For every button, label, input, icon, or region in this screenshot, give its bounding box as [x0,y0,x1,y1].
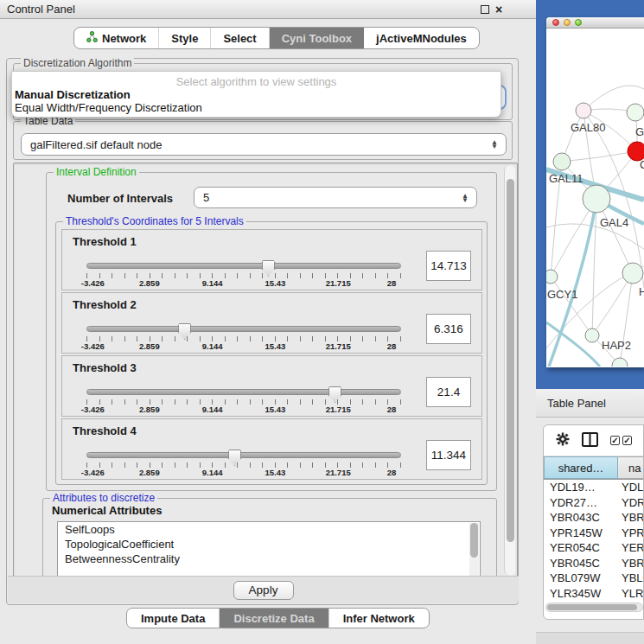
table-card: ✓ ✓ shared… na YDL19…YDL1 YDR27…YDR2 YBR… [543,424,644,620]
gear-icon[interactable] [556,432,570,449]
node-label-partial-h: H [639,285,644,298]
threshold-4-label: Threshold 4 [73,424,137,437]
threshold-1-panel: Threshold 1 -3.426 2.859 9.144 15.43 21.… [61,229,482,290]
numerical-attributes-list[interactable]: SelfLoops TopologicalCoefficient Between… [57,521,481,578]
zoom-traffic-light-icon[interactable] [575,19,582,26]
tab-jactivemnodules[interactable]: jActiveMNodules [364,28,479,48]
threshold-3-panel: Threshold 3 -3.426 2.859 9.144 15.43 21.… [61,355,482,417]
panel-scrollbar[interactable] [504,165,515,576]
node-label-hap2: HAP2 [602,339,631,352]
list-item[interactable]: SelfLoops [58,522,480,537]
list-item[interactable]: BetweennessCentrality [58,552,480,566]
threshold-3-slider[interactable] [86,389,401,395]
node-label-partial-g: GA [635,125,644,138]
threshold-2-label: Threshold 2 [73,298,137,311]
tab-cyni-toolbox[interactable]: Cyni Toolbox [270,28,364,48]
number-of-intervals-label: Number of Intervals [67,192,173,205]
tab-style[interactable]: Style [159,28,211,48]
algorithm-dropdown-hint: Select algorithm to view settings [12,72,501,88]
threshold-3-label: Threshold 3 [73,361,137,374]
table-panel-title: Table Panel [547,397,606,410]
threshold-3-value[interactable]: 21.4 [426,377,471,407]
network-view-frame: GAL80 GA C GAL11 GAL4 GCY1 H HAP2 [536,0,644,389]
table-data-group: Table Data galFiltered.sif default node … [13,121,513,160]
close-icon[interactable]: × [495,3,502,16]
table-toolbar: ✓ ✓ [544,425,643,456]
threshold-2-value[interactable]: 6.316 [426,314,471,344]
table-panel-titlebar: Table Panel [536,389,644,418]
table-row[interactable]: YER054CYER0 [544,540,643,556]
threshold-1-value[interactable]: 14.713 [426,251,471,281]
apply-button[interactable]: Apply [233,581,294,600]
table-row[interactable]: YPR145WYPR1 [544,526,643,541]
node-label-gal80: GAL80 [571,121,605,134]
table-panel: ✓ ✓ shared… na YDL19…YDL1 YDR27…YDR2 YBR… [536,418,644,644]
tab-select[interactable]: Select [211,28,269,48]
algorithm-dropdown-popup: Select algorithm to view settings Manual… [11,71,501,118]
combo-spinner-icon: ▲▼ [462,194,469,202]
control-panel-titlebar: Control Panel × [0,0,536,19]
numerical-attributes-label: Numerical Attributes [52,504,162,517]
threshold-1-label: Threshold 1 [73,235,137,248]
table-data-combobox[interactable]: galFiltered.sif default node ▲▼ [21,133,507,156]
algorithm-option-manual[interactable]: Manual Discretization [12,88,501,101]
node-gcy1 [546,270,558,284]
checked-checkbox-icon[interactable]: ✓ [622,436,632,445]
close-traffic-light-icon[interactable] [552,19,559,26]
attributes-group: Attributes to discretize Numerical Attri… [42,498,497,584]
attributes-group-label: Attributes to discretize [50,492,157,504]
table-row[interactable]: YBR045CYBR0 [544,556,643,571]
discretization-algorithm-label: Discretization Algorithm [21,57,134,69]
checked-checkbox-icon[interactable]: ✓ [610,436,620,445]
thresholds-group-label: Threshold's Coordinates for 5 Intervals [63,215,246,227]
number-of-intervals-combobox[interactable]: 5 ▲▼ [194,187,477,208]
table-row[interactable]: YDR27…YDR2 [544,495,643,511]
tab-impute-data[interactable]: Impute Data [127,609,220,628]
apply-bar: Apply [8,576,519,603]
table-row[interactable]: YLR345WYLR3 [544,586,643,602]
interval-definition-label: Interval Definition [54,166,139,178]
algorithm-option-equal-width[interactable]: Equal Width/Frequency Discretization [12,101,501,114]
node-gal80 [576,103,591,118]
float-window-icon[interactable] [481,5,489,14]
node-label-partial-c: C [640,158,644,171]
tab-infer-network[interactable]: Infer Network [329,609,429,628]
table-row[interactable]: YBL079WYBL0 [544,571,643,586]
column-header-shared-name[interactable]: shared… [544,456,618,479]
column-header-name[interactable]: na [618,456,643,479]
settings-scroll-panel: Interval Definition Number of Intervals … [13,163,518,578]
list-item[interactable]: TopologicalCoefficient [58,537,480,552]
network-canvas[interactable]: GAL80 GA C GAL11 GAL4 GCY1 H HAP2 [546,29,644,367]
minimize-traffic-light-icon[interactable] [564,19,571,26]
table-horizontal-scrollbar[interactable] [545,603,643,612]
table-header-row: shared… na [544,456,643,480]
list-scrollbar[interactable] [469,523,479,577]
threshold-1-slider[interactable] [86,263,401,269]
table-body: YDL19…YDL1 YDR27…YDR2 YBR043CYBR0 YPR145… [544,480,643,601]
node-label-gal11: GAL11 [549,172,583,185]
tab-network[interactable]: Network [74,28,159,48]
threshold-2-panel: Threshold 2 -3.426 2.859 9.144 15.43 21.… [61,292,482,354]
node-top-right [627,104,644,121]
node-label-gcy1: GCY1 [547,288,577,301]
node-gal11 [553,153,571,170]
table-row[interactable]: YBR043CYBR0 [544,510,643,526]
tab-discretize-data[interactable]: Discretize Data [220,609,328,628]
interval-definition-group: Interval Definition Number of Intervals … [46,172,497,491]
node-gal4 [583,185,610,213]
table-row[interactable]: YDL19…YDL1 [544,480,643,495]
table-panel-footer [536,632,644,644]
thresholds-group: Threshold's Coordinates for 5 Intervals … [55,221,488,485]
network-graph-icon [86,31,98,45]
threshold-4-panel: Threshold 4 -3.426 2.859 9.144 15.43 21.… [61,418,482,480]
node-hap2 [585,328,599,342]
network-window-titlebar [546,17,644,29]
top-tabbar: Network Style Select Cyni Toolbox jActiv… [73,27,480,49]
threshold-2-slider[interactable] [86,326,401,332]
threshold-4-slider[interactable] [86,452,401,458]
threshold-4-value[interactable]: 11.344 [426,440,471,470]
split-columns-icon[interactable] [582,432,598,450]
bottom-tabbar: Impute Data Discretize Data Infer Networ… [126,608,430,628]
network-window: GAL80 GA C GAL11 GAL4 GCY1 H HAP2 [546,17,644,367]
cyni-toolbox-pane: Discretization Algorithm Table Data galF… [6,58,519,605]
